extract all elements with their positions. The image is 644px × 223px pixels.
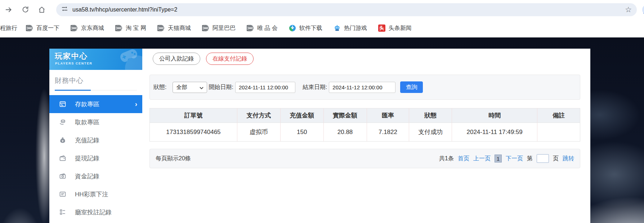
bookmark-item[interactable]: 软件下载 [289,24,322,32]
sidebar-item-label: 提現記錄 [75,154,99,162]
banknote-icon [59,172,67,180]
bookmark-item[interactable]: 程旅行 [0,24,17,32]
reload-icon[interactable] [21,5,30,14]
profile-avatar[interactable] [642,4,644,15]
chevron-right-icon: › [135,100,137,108]
prev-page-link[interactable]: 上一页 [473,155,491,162]
url-text[interactable]: usa58.tv/hhcp/usercenter.html?iniType=2 [72,6,625,13]
chevron-down-icon [200,84,204,90]
finance-center-heading: 財務中心 [55,76,137,90]
cell-actual-amount: 20.88 [323,123,367,142]
bookmark-label: 阿里巴巴 [213,24,236,32]
sidebar-item-hh-lottery-bets[interactable]: HH彩票下注 [49,185,142,203]
current-page-badge: 1 [495,155,502,162]
moneybag-icon [59,136,67,144]
jump-link[interactable]: 跳转 [563,155,574,162]
cell-order-no: 1731318599740465 [150,123,237,142]
globe-icon [115,24,122,32]
page-jump-input[interactable] [537,154,549,163]
deposit-card-icon [59,100,67,108]
globe-icon [247,24,254,32]
search-button[interactable]: 查詢 [400,81,423,93]
players-center-subtitle: PLAYERS CENTER [55,62,93,65]
url-bar[interactable]: usa58.tv/hhcp/usercenter.html?iniType=2 … [56,3,637,16]
sidebar: 玩家中心 PLAYERS CENTER 財務中心 存款專區 › [49,49,142,223]
cell-status: 支付成功 [409,123,452,142]
globe-icon [202,24,209,32]
globe-icon [26,24,33,32]
bookmark-item[interactable]: 百度一下 [26,24,59,32]
sidebar-item-hall-bet-records[interactable]: 廳室投註記錄 [49,203,142,221]
header-status: 狀態 [409,108,452,123]
bookmark-item[interactable]: 头 头条新闻 [378,24,412,32]
first-page-link[interactable]: 首页 [458,155,469,162]
header-actual-amount: 實際金額 [323,108,367,123]
sidebar-item-withdraw-zone[interactable]: 取款專區 [49,113,142,131]
hot-games-robot-icon [334,24,341,32]
start-date-label: 開始日期: [209,84,233,91]
cell-pay-method: 虚拟币 [237,123,280,142]
status-label: 狀態: [153,84,166,91]
filter-bar: 狀態: 全部 開始日期: 結束日期: 查詢 [149,75,580,100]
globe-icon [157,24,165,32]
bookmark-label: 淘 宝 网 [126,24,146,32]
bookmark-item[interactable]: 京东商城 [71,24,104,32]
bookmark-label: 热门游戏 [344,24,367,32]
cell-time: 2024-11-11 17:49:59 [452,123,537,142]
sidebar-menu: 存款專區 › 取款專區 充值記錄 [49,95,142,221]
tab-company-deposit-records[interactable]: 公司入款記錄 [153,53,200,65]
bookmark-label: 京东商城 [81,24,104,32]
sidebar-item-label: 取款專區 [75,118,99,126]
main-content: 公司入款記錄 在線支付記錄 狀態: 全部 開始日期: 結束日期: 查詢 [142,49,590,223]
sidebar-item-deposit-zone[interactable]: 存款專區 › [49,95,142,113]
page-size-text: 每頁顯示20條 [156,155,191,162]
sidebar-item-label: HH彩票下注 [75,190,108,199]
pagination-bar: 每頁顯示20條 共1条 首页 上一页 1 下一页 第 页 跳转 [149,149,580,168]
wallet-icon [59,154,67,162]
table-row: 1731318599740465 虚拟币 150 20.88 7.1822 支付… [150,123,580,142]
payment-records-table: 訂單號 支付方式 充值金額 實際金額 匯率 狀態 時間 備註 173131859… [149,108,580,142]
end-date-input[interactable] [329,82,395,93]
bookmark-label: 头条新闻 [389,24,412,32]
screen: usa58.tv/hhcp/usercenter.html?iniType=2 … [0,0,644,223]
bookmark-label: 唯 品 会 [257,24,278,32]
bookmark-item[interactable]: 阿里巴巴 [202,24,236,32]
sidebar-item-funds-records[interactable]: 資金記錄 [49,167,142,185]
bookmark-item[interactable]: 热门游戏 [334,24,367,32]
bookmark-label: 天猫商城 [168,24,191,32]
header-pay-method: 支付方式 [237,108,280,123]
bookmarks-bar: 程旅行 百度一下 京东商城 淘 宝 网 天猫商城 阿里巴巴 唯 品 会 软件下 [0,19,644,37]
sidebar-item-label: 存款專區 [75,100,99,108]
status-select-value: 全部 [176,84,187,91]
list-icon [59,190,67,198]
site-info-icon[interactable] [61,5,68,14]
cell-remark [537,123,580,142]
home-icon[interactable] [37,5,46,14]
status-select[interactable]: 全部 [173,82,207,93]
end-date-label: 結束日期: [303,84,327,91]
sidebar-item-withdrawal-records[interactable]: 提現記錄 [49,149,142,167]
sidebar-item-recharge-records[interactable]: 充值記錄 [49,131,142,149]
header-order-no: 訂單號 [150,108,237,123]
content-panel: 玩家中心 PLAYERS CENTER 財務中心 存款專區 › [49,49,590,223]
bookmark-item[interactable]: 天猫商城 [157,24,191,32]
sidebar-item-label: 充值記錄 [75,136,99,144]
bookmark-item[interactable]: 唯 品 会 [247,24,278,32]
start-date-input[interactable] [235,82,295,93]
cell-exchange-rate: 7.1822 [367,123,409,142]
withdraw-hand-icon [59,118,67,126]
next-page-link[interactable]: 下一页 [506,155,523,162]
tab-online-payment-records[interactable]: 在線支付記錄 [206,53,254,65]
players-center-title: 玩家中心 [55,51,88,61]
bookmark-star-icon[interactable]: ☆ [625,6,632,13]
sidebar-item-label: 廳室投註記錄 [75,208,112,217]
table-header-row: 訂單號 支付方式 充值金額 實際金額 匯率 狀態 時間 備註 [150,108,580,123]
header-time: 時間 [452,108,537,123]
forward-icon[interactable] [4,5,13,14]
bookmark-item[interactable]: 淘 宝 网 [115,24,146,32]
software-download-icon [289,24,296,32]
header-exchange-rate: 匯率 [367,108,409,123]
header-recharge-amount: 充值金額 [280,108,323,123]
bookmark-label: 百度一下 [36,24,59,32]
pagination-controls: 共1条 首页 上一页 1 下一页 第 页 跳转 [439,154,574,163]
